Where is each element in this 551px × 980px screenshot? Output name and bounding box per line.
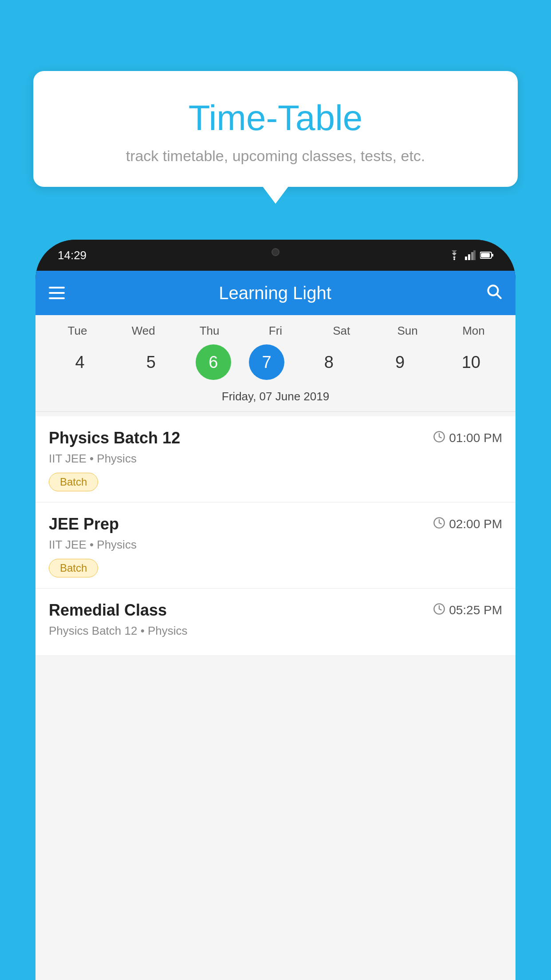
class-time-3: 05:25 PM [433, 603, 502, 618]
app-title: Learning Light [78, 283, 472, 303]
tooltip-card: Time-Table track timetable, upcoming cla… [33, 71, 518, 187]
clock-icon-3 [433, 603, 445, 618]
battery-icon [480, 251, 493, 259]
day-9[interactable]: 9 [374, 344, 427, 380]
class-item-header-2: JEE Prep 02:00 PM [49, 515, 502, 533]
class-item-header-1: Physics Batch 12 01:00 PM [49, 429, 502, 447]
selected-date-label: Friday, 07 June 2019 [35, 385, 516, 412]
tooltip-subtitle: track timetable, upcoming classes, tests… [55, 147, 496, 165]
class-item-header-3: Remedial Class 05:25 PM [49, 601, 502, 620]
class-item-1[interactable]: Physics Batch 12 01:00 PM IIT JEE • Phys… [35, 416, 516, 502]
phone-notch [249, 240, 302, 264]
class-item-3[interactable]: Remedial Class 05:25 PM Physics Batch 12… [35, 589, 516, 656]
search-icon [485, 283, 502, 300]
svg-rect-4 [473, 250, 476, 260]
hamburger-line [49, 297, 65, 299]
hamburger-menu-icon[interactable] [49, 287, 65, 299]
day-5[interactable]: 5 [124, 344, 177, 380]
class-meta-3: Physics Batch 12 • Physics [49, 624, 502, 638]
class-meta-2: IIT JEE • Physics [49, 538, 502, 552]
day-label-mon[interactable]: Mon [447, 324, 500, 338]
status-time: 14:29 [58, 249, 87, 262]
class-time-text-1: 01:00 PM [449, 431, 502, 445]
class-list: Physics Batch 12 01:00 PM IIT JEE • Phys… [35, 416, 516, 656]
signal-icon [465, 250, 476, 260]
class-time-text-3: 05:25 PM [449, 603, 502, 617]
svg-rect-3 [471, 252, 473, 260]
hamburger-line [49, 292, 65, 294]
svg-rect-7 [481, 253, 490, 257]
svg-rect-1 [465, 257, 467, 260]
day-10[interactable]: 10 [445, 344, 498, 380]
svg-rect-2 [468, 254, 470, 260]
calendar-strip: Tue Wed Thu Fri Sat Sun Mon 4 5 6 7 8 9 … [35, 315, 516, 416]
batch-badge-1: Batch [49, 473, 98, 491]
class-name-3: Remedial Class [49, 601, 167, 620]
day-label-sat[interactable]: Sat [315, 324, 368, 338]
clock-icon-1 [433, 431, 445, 446]
class-time-1: 01:00 PM [433, 431, 502, 446]
day-8[interactable]: 8 [302, 344, 355, 380]
day-label-thu[interactable]: Thu [183, 324, 236, 338]
day-4[interactable]: 4 [53, 344, 106, 380]
app-bar: Learning Light [35, 271, 516, 315]
hamburger-line [49, 287, 65, 288]
day-label-fri[interactable]: Fri [249, 324, 302, 338]
day-label-wed[interactable]: Wed [117, 324, 170, 338]
day-headers: Tue Wed Thu Fri Sat Sun Mon [35, 324, 516, 338]
phone-frame: 14:29 [35, 240, 516, 980]
wifi-icon [448, 250, 460, 260]
search-button[interactable] [485, 283, 502, 304]
status-bar: 14:29 [35, 240, 516, 271]
tooltip-title: Time-Table [55, 98, 496, 138]
class-item-2[interactable]: JEE Prep 02:00 PM IIT JEE • Physics Batc… [35, 502, 516, 589]
class-name-2: JEE Prep [49, 515, 119, 533]
day-numbers: 4 5 6 7 8 9 10 [35, 344, 516, 380]
camera-dot [272, 248, 279, 256]
class-name-1: Physics Batch 12 [49, 429, 180, 447]
phone-content: Tue Wed Thu Fri Sat Sun Mon 4 5 6 7 8 9 … [35, 315, 516, 980]
class-time-text-2: 02:00 PM [449, 517, 502, 531]
day-label-tue[interactable]: Tue [51, 324, 104, 338]
class-time-2: 02:00 PM [433, 517, 502, 532]
day-label-sun[interactable]: Sun [381, 324, 434, 338]
class-meta-1: IIT JEE • Physics [49, 452, 502, 466]
svg-line-9 [497, 294, 501, 298]
day-6-today[interactable]: 6 [196, 344, 231, 380]
clock-icon-2 [433, 517, 445, 532]
batch-badge-2: Batch [49, 559, 98, 577]
svg-rect-6 [492, 254, 493, 257]
status-icons [448, 250, 493, 260]
day-7-selected[interactable]: 7 [249, 344, 284, 380]
svg-point-0 [453, 258, 455, 260]
